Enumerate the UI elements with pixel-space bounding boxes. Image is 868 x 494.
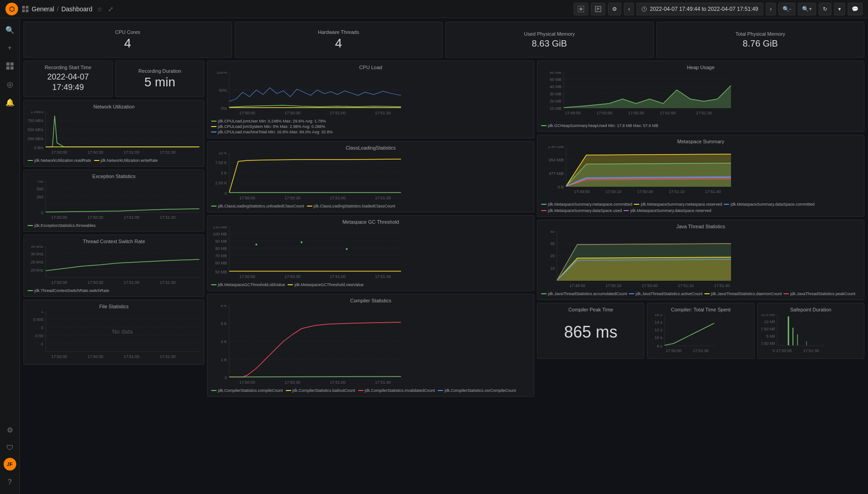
recording-duration-value: 5 min (144, 75, 175, 89)
refresh-button[interactable]: ↻ (819, 3, 831, 15)
java-thread-stats-svg: 40 30 20 10 (541, 231, 731, 290)
class-loading-card: ClassLoadingStatistics 10 K 7.50 K 5 K 2… (207, 141, 534, 212)
compiler-stats-chart: 8 K 6 K 4 K 2 K 0 17:50:00 17:50:30 17:5… (211, 305, 530, 386)
exception-stats-legend: jdk.ExceptionStatistics.throwables (28, 223, 200, 228)
network-utilization-svg: 1 MB/s 750 kB/s 500 kB/s 250 kB/s 0 B/s … (28, 111, 199, 156)
svg-text:5 Mil: 5 Mil (766, 334, 775, 339)
sidebar-item-explore[interactable]: ◎ (2, 76, 18, 92)
metaspace-gc-legend: jdk.MetaspaceGCThreshold.oldValue jdk.Me… (211, 282, 530, 287)
svg-text:20 kHz: 20 kHz (31, 268, 44, 273)
zoom-in-button[interactable]: 🔍+ (798, 3, 816, 15)
compiler-peak-time-value: 865 ms (564, 323, 618, 342)
svg-text:17:50:40: 17:50:40 (642, 283, 657, 288)
sidebar-item-dashboards[interactable] (2, 58, 18, 74)
user-avatar[interactable]: JF (4, 458, 16, 470)
svg-text:17:49:50: 17:49:50 (574, 189, 590, 194)
center-column: CPU Load 100% 50% 0% (207, 61, 534, 397)
top-nav: ⬡ General / Dashboard ☆ ⤢ ⚙ ‹ 2022-04-07… (0, 0, 868, 18)
share-button[interactable]: ⤢ (107, 5, 114, 14)
legend-heap-used: jdk.GCHeapSummary.heapUsed Min: 17.8 MB … (541, 123, 658, 128)
metaspace-summary-card: Metaspace Summary 1.40 GiB 954 MiB 477 M… (537, 135, 864, 217)
svg-text:17:51:30: 17:51:30 (160, 150, 175, 155)
chat-button[interactable]: 💬 (848, 3, 863, 15)
sidebar-item-alerts[interactable]: 🔔 (2, 94, 18, 110)
svg-text:0: 0 (773, 348, 775, 353)
charts-main: Recording Start Time 2022-04-0717:49:49 … (24, 61, 864, 397)
svg-text:17:51:00: 17:51:00 (330, 196, 345, 200)
svg-text:17:50:30: 17:50:30 (628, 111, 644, 115)
legend-new-value: jdk.MetaspaceGCThreshold.newValue (288, 282, 363, 287)
cpu-load-legend: jdk.CPULoad.jvmUser Min: 0.248% Max: 29.… (211, 119, 530, 134)
add-panel-button[interactable] (574, 3, 588, 15)
svg-text:17:51:30: 17:51:30 (160, 354, 175, 359)
nav-back-button[interactable]: ‹ (624, 3, 634, 15)
exception-stats-card: Exception Statistics 750 500 250 0 (24, 169, 204, 232)
legend-invalidated-count: jdk.CompilerStatistics.invalidatedCount (358, 388, 435, 393)
legend-jvm-system-dot (211, 126, 217, 127)
sidebar-item-shield[interactable]: 🛡 (2, 440, 18, 456)
logo-icon[interactable]: ⬡ (5, 3, 18, 15)
star-button[interactable]: ☆ (96, 5, 104, 14)
svg-text:17:50:00: 17:50:00 (51, 280, 67, 285)
svg-text:1: 1 (41, 311, 43, 314)
sidebar-item-settings[interactable]: ⚙ (2, 422, 18, 438)
svg-text:10 K: 10 K (218, 152, 227, 155)
thread-context-chart: 35 kHz 30 kHz 25 kHz 20 kHz 17:50:00 17:… (28, 246, 200, 287)
svg-text:17:51:00: 17:51:00 (123, 354, 139, 359)
legend-new-value-dot (288, 284, 293, 285)
sidebar-item-search[interactable]: 🔍 (2, 22, 18, 38)
dashboards-icon (6, 62, 14, 70)
legend-write-rate-dot (94, 160, 99, 161)
svg-text:17:51:30: 17:51:30 (696, 111, 712, 115)
file-stats-card: File Statistics 1 0.500 0 -0.5 (24, 300, 204, 365)
svg-text:2 K: 2 K (221, 358, 227, 362)
refresh-dropdown-button[interactable]: ▾ (834, 3, 845, 15)
svg-text:100%: 100% (217, 72, 227, 75)
svg-text:5 K: 5 K (221, 171, 227, 175)
network-utilization-legend: jdk.NetworkUtilization.readRate jdk.Netw… (28, 158, 200, 163)
svg-text:8 s: 8 s (657, 344, 663, 348)
safepoint-duration-title: Safepoint Duration (761, 307, 860, 312)
grid-icon (22, 5, 29, 13)
svg-text:17:50:00: 17:50:00 (666, 348, 682, 353)
svg-rect-17 (10, 66, 14, 70)
exception-stats-chart: 750 500 250 0 17:50:00 17:50:30 17:51:00… (28, 181, 200, 221)
legend-write-rate: jdk.NetworkUtilization.writeRate (94, 158, 158, 163)
clock-icon (642, 6, 647, 12)
svg-text:954 MiB: 954 MiB (549, 158, 564, 162)
dashboard-settings-button[interactable]: ⚙ (608, 3, 621, 15)
nav-forward-button[interactable]: › (766, 3, 776, 15)
svg-text:90 MB: 90 MB (215, 239, 227, 244)
report-button[interactable] (591, 3, 605, 15)
svg-text:50%: 50% (219, 88, 227, 93)
svg-text:17:50:00: 17:50:00 (51, 215, 67, 220)
heap-usage-svg: 60 MB 50 MB 40 MB 30 MB 20 MB 10 MB 17:4… (541, 72, 731, 122)
sidebar-item-help[interactable]: ? (2, 474, 18, 490)
svg-text:17:50:30: 17:50:30 (87, 215, 103, 220)
time-range-label: 2022-04-07 17:49:44 to 2022-04-07 17:51:… (650, 6, 758, 12)
legend-read-rate: jdk.NetworkUtilization.readRate (28, 158, 91, 163)
heap-usage-legend: jdk.GCHeapSummary.heapUsed Min: 17.8 MB … (541, 123, 860, 128)
chart-add-icon (578, 6, 584, 12)
heap-usage-card: Heap Usage 60 MB 50 MB 40 MB 3 (537, 61, 864, 132)
sidebar-item-add[interactable]: + (2, 40, 18, 56)
metaspace-gc-card: Metaspace GC Threshold 110 MB 100 MB (207, 215, 534, 291)
legend-jvm-user: jdk.CPULoad.jvmUser Min: 0.248% Max: 29.… (211, 119, 530, 123)
svg-text:17:51:00: 17:51:00 (330, 274, 345, 279)
java-thread-stats-title: Java Thread Statistics (541, 224, 860, 229)
svg-text:17:50:00: 17:50:00 (51, 150, 67, 155)
svg-rect-16 (6, 66, 9, 70)
svg-text:17:50:00: 17:50:00 (51, 354, 67, 359)
compiler-total-time-card: Compiler: Total Time Spent 16 s 14 s 12 … (647, 303, 754, 359)
svg-text:10 Mil: 10 Mil (764, 320, 775, 324)
svg-rect-14 (6, 62, 9, 66)
zoom-out-button[interactable]: 🔍- (778, 3, 795, 15)
cpu-load-svg: 100% 50% 0% 17:50:00 17:50:30 17:51:00 (211, 72, 401, 117)
svg-text:7.50 K: 7.50 K (215, 160, 227, 165)
svg-rect-0 (22, 6, 25, 9)
total-memory-card: Total Physical Memory 8.76 GiB (656, 22, 865, 58)
svg-text:100 MB: 100 MB (213, 232, 227, 236)
safepoint-duration-card: Safepoint Duration 12.5 Mil 10 Mil 7.50 … (757, 303, 864, 359)
breadcrumb: General / Dashboard (22, 5, 92, 13)
legend-machine-total-dot (211, 132, 217, 132)
